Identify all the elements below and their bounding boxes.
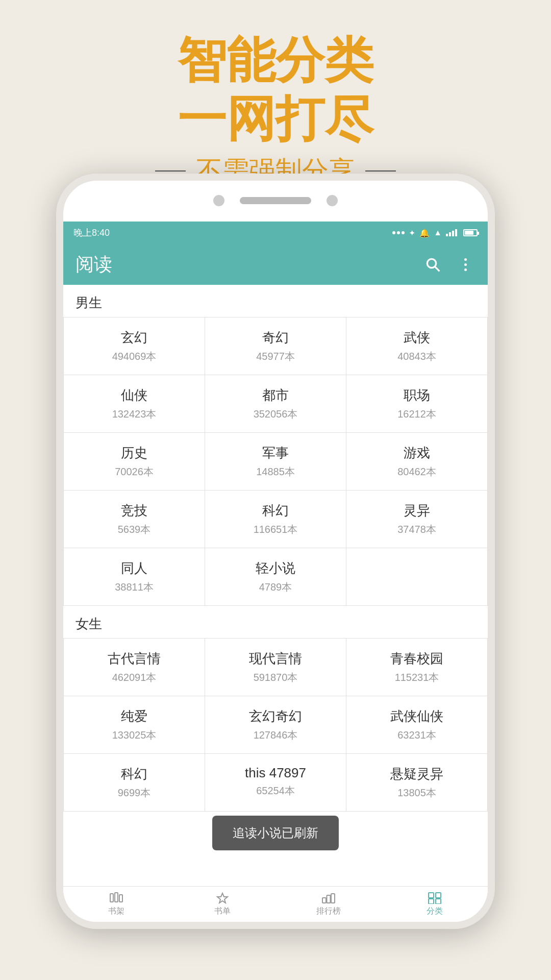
svg-rect-4 (119, 895, 122, 902)
category-youxi[interactable]: 游戏 80462本 (346, 433, 488, 491)
svg-rect-10 (436, 893, 441, 898)
ranking-icon (321, 892, 336, 904)
category-this47897[interactable]: this 47897 65254本 (205, 754, 346, 812)
booklist-icon (215, 892, 230, 904)
category-zhichang[interactable]: 职场 16212本 (346, 375, 488, 433)
bg-title-line1: 智能分类 (0, 31, 551, 89)
section-female: 女生 (63, 606, 488, 638)
category-xianxia[interactable]: 仙侠 132423本 (64, 375, 205, 433)
category-lishi[interactable]: 历史 70026本 (64, 433, 205, 491)
category-xuanhuan[interactable]: 玄幻 494069本 (64, 317, 205, 375)
category-qingchunxiaoyuan[interactable]: 青春校园 115231本 (346, 639, 488, 696)
app-screen: 晚上8:40 ✦ 🔔 ▲ (63, 222, 488, 922)
battery-icon (463, 229, 478, 236)
search-icon (424, 256, 441, 273)
svg-rect-3 (115, 893, 118, 902)
categories-icon (428, 892, 442, 904)
svg-rect-11 (429, 899, 434, 904)
category-wuxia[interactable]: 武侠 40843本 (346, 317, 488, 375)
more-dots-icon (464, 258, 467, 271)
search-button[interactable] (422, 254, 443, 275)
status-dot2 (397, 231, 400, 234)
category-qingxiaoshuo[interactable]: 轻小说 4789本 (205, 548, 346, 606)
status-bar: 晚上8:40 ✦ 🔔 ▲ (63, 222, 488, 244)
nav-ranking[interactable]: 排行榜 (276, 887, 382, 922)
svg-point-0 (427, 259, 436, 267)
toast-notification: 追读小说已刷新 (212, 816, 339, 850)
header-icons (422, 254, 475, 275)
phone-speaker (240, 197, 311, 204)
status-icons: ✦ 🔔 ▲ (392, 228, 478, 238)
category-gudaiyanqing[interactable]: 古代言情 462091本 (64, 639, 205, 696)
nav-booklist-label: 书单 (214, 906, 231, 917)
category-jingji[interactable]: 竞技 5639本 (64, 491, 205, 548)
signal-dots (392, 231, 405, 234)
bottom-nav: 书架 书单 排行榜 (63, 886, 488, 922)
bg-title-line2: 一网打尽 (0, 89, 551, 148)
category-kehuan-male[interactable]: 科幻 116651本 (205, 491, 346, 548)
category-chunai[interactable]: 纯爱 133025本 (64, 696, 205, 754)
dash-right (365, 170, 396, 172)
svg-rect-2 (110, 894, 113, 902)
svg-line-1 (435, 267, 440, 272)
phone-camera (213, 195, 224, 206)
app-title: 阅读 (76, 252, 112, 277)
svg-rect-6 (322, 898, 326, 903)
category-xuanyi-lingyi[interactable]: 悬疑灵异 13805本 (346, 754, 488, 812)
nav-booklist[interactable]: 书单 (169, 887, 276, 922)
nav-categories-label: 分类 (427, 906, 443, 917)
svg-marker-5 (217, 893, 228, 903)
signal-bars (446, 229, 457, 236)
svg-rect-9 (429, 893, 434, 898)
svg-rect-8 (331, 894, 335, 903)
bluetooth-icon: ✦ (409, 228, 415, 238)
category-xuanhuanqihuan[interactable]: 玄幻奇幻 127846本 (205, 696, 346, 754)
nav-ranking-label: 排行榜 (316, 906, 341, 917)
nav-categories[interactable]: 分类 (382, 887, 488, 922)
bookshelf-icon (109, 892, 123, 904)
status-dot3 (402, 231, 405, 234)
phone-sensor (327, 195, 338, 206)
nav-bookshelf-label: 书架 (108, 906, 124, 917)
status-dot1 (392, 231, 395, 234)
category-empty (346, 548, 488, 606)
more-button[interactable] (455, 254, 475, 275)
male-category-grid: 玄幻 494069本 奇幻 45977本 武侠 40843本 仙侠 132423… (63, 317, 488, 606)
category-kehuan-female[interactable]: 科幻 9699本 (64, 754, 205, 812)
bg-headline: 智能分类 一网打尽 不需强制分享 (0, 31, 551, 189)
category-dushi[interactable]: 都市 352056本 (205, 375, 346, 433)
dash-left (155, 170, 186, 172)
category-tongren[interactable]: 同人 38811本 (64, 548, 205, 606)
nav-bookshelf[interactable]: 书架 (63, 887, 169, 922)
content-area[interactable]: 男生 玄幻 494069本 奇幻 45977本 武侠 40843本 仙侠 (63, 285, 488, 886)
category-xiandaiyangqing[interactable]: 现代言情 591870本 (205, 639, 346, 696)
svg-rect-12 (436, 899, 441, 904)
battery-fill (465, 231, 473, 235)
category-lingyi[interactable]: 灵异 37478本 (346, 491, 488, 548)
app-header: 阅读 (63, 244, 488, 285)
category-wuxiaxianxia[interactable]: 武侠仙侠 63231本 (346, 696, 488, 754)
bell-icon: 🔔 (419, 228, 430, 238)
status-time: 晚上8:40 (73, 227, 110, 239)
category-qihuan[interactable]: 奇幻 45977本 (205, 317, 346, 375)
female-category-grid: 古代言情 462091本 现代言情 591870本 青春校园 115231本 纯… (63, 638, 488, 812)
category-junshi[interactable]: 军事 14885本 (205, 433, 346, 491)
svg-rect-7 (327, 895, 331, 903)
section-male: 男生 (63, 285, 488, 317)
phone-hardware (63, 195, 488, 206)
wifi-icon: ▲ (434, 228, 442, 237)
phone-frame: 晚上8:40 ✦ 🔔 ▲ (56, 174, 495, 929)
